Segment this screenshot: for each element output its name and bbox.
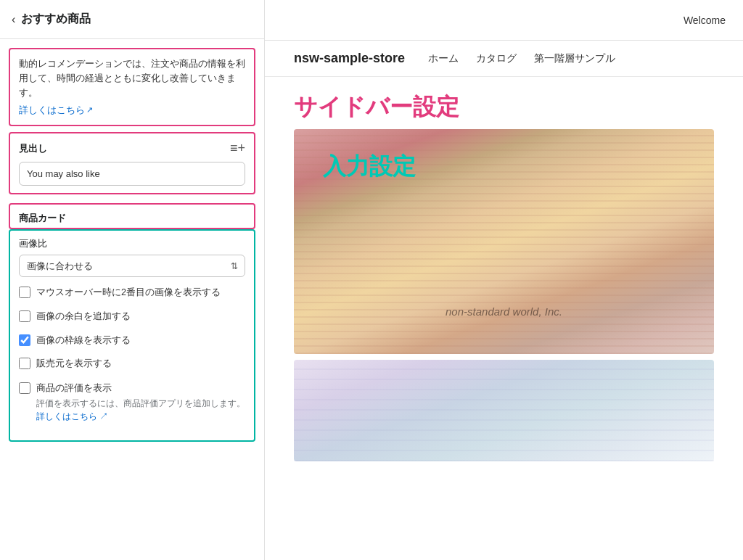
welcome-text: Welcome — [684, 15, 726, 26]
left-sidebar: ‹ おすすめ商品 動的レコメンデーションでは、注文や商品の情報を利用して、時間の… — [0, 0, 265, 560]
sidebar-header: ‹ おすすめ商品 — [0, 0, 264, 39]
checkbox-hover-input[interactable] — [19, 287, 30, 298]
checkbox-border: 画像の枠線を表示する — [19, 334, 245, 347]
main-product-image: 入力設定 non-standard world, Inc. — [294, 129, 714, 354]
image-ratio-group: 画像比 画像に合わせる 正方形 縦長 横長 ⇅ — [19, 238, 245, 277]
sidebar-title: おすすめ商品 — [21, 12, 91, 27]
checkbox-hover-label[interactable]: マウスオーバー時に2番目の画像を表示する — [36, 286, 221, 300]
store-name: nsw-sample-store — [294, 51, 405, 66]
midashi-input[interactable] — [19, 162, 245, 186]
back-icon: ‹ — [12, 13, 15, 26]
checkbox-border-label[interactable]: 画像の枠線を表示する — [36, 334, 131, 347]
preview-topbar: Welcome — [265, 0, 743, 41]
image-ratio-label: 画像比 — [19, 238, 245, 250]
checkbox-rating-content: 商品の評価を表示 評価を表示するには、商品評価アプリを追加します。 詳しくはこち… — [36, 381, 245, 423]
midashi-label: 見出し — [19, 142, 47, 155]
add-field-icon: ≡+ — [230, 141, 245, 156]
nav-catalog[interactable]: カタログ — [476, 52, 517, 65]
sidebar-settings-text: サイドバー設定 — [294, 94, 459, 120]
back-button[interactable]: ‹ — [12, 13, 15, 26]
external-link-icon: ↗ — [86, 104, 93, 117]
input-settings-overlay-text: 入力設定 — [323, 151, 416, 183]
secondary-product-image — [294, 360, 714, 461]
checkbox-padding-label[interactable]: 画像の余白を追加する — [36, 310, 131, 324]
product-image-container: 入力設定 non-standard world, Inc. — [265, 129, 743, 461]
rating-ext-icon: ↗ — [99, 411, 108, 421]
image-ratio-select[interactable]: 画像に合わせる 正方形 縦長 横長 — [19, 255, 245, 277]
checkbox-hover-image: マウスオーバー時に2番目の画像を表示する — [19, 286, 245, 300]
store-nav-links: ホーム カタログ 第一階層サンプル — [428, 52, 615, 65]
store-image-area: 入力設定 non-standard world, Inc. — [265, 129, 743, 560]
checkbox-rating-sublabel: 評価を表示するには、商品評価アプリを追加します。 詳しくはこちら ↗ — [36, 397, 245, 423]
checkbox-border-input[interactable] — [19, 334, 30, 346]
midashi-label-row: 見出し ≡+ — [19, 141, 245, 156]
product-card-section: 商品カード — [9, 203, 255, 229]
nav-home[interactable]: ホーム — [428, 52, 459, 65]
checkbox-vendor-input[interactable] — [19, 358, 30, 369]
checkbox-rating: 商品の評価を表示 評価を表示するには、商品評価アプリを追加します。 詳しくはこち… — [19, 381, 245, 423]
preview-area: Welcome nsw-sample-store ホーム カタログ 第一階層サン… — [265, 0, 743, 560]
nav-first-tier[interactable]: 第一階層サンプル — [534, 52, 615, 65]
checkbox-vendor-label[interactable]: 販売元を表示する — [36, 357, 112, 371]
input-settings-section: 画像比 画像に合わせる 正方形 縦長 横長 ⇅ マウスオーバー時に2番目の画像を… — [9, 229, 255, 442]
checkbox-vendor: 販売元を表示する — [19, 357, 245, 371]
image-ratio-select-wrapper: 画像に合わせる 正方形 縦長 横長 ⇅ — [19, 255, 245, 277]
checkbox-padding-input[interactable] — [19, 310, 30, 322]
midashi-section: 見出し ≡+ — [9, 132, 255, 194]
info-box: 動的レコメンデーションでは、注文や商品の情報を利用して、時間の経過とともに変化し… — [9, 48, 255, 126]
checkbox-padding: 画像の余白を追加する — [19, 310, 245, 324]
sidebar-settings-heading: サイドバー設定 — [265, 77, 743, 129]
add-field-button[interactable]: ≡+ — [230, 141, 245, 156]
company-text: non-standard world, Inc. — [294, 305, 714, 318]
rating-learn-more-link[interactable]: 詳しくはこちら ↗ — [36, 411, 108, 421]
store-nav: nsw-sample-store ホーム カタログ 第一階層サンプル — [265, 41, 743, 77]
info-text: 動的レコメンデーションでは、注文や商品の情報を利用して、時間の経過とともに変化し… — [19, 59, 245, 98]
checkbox-rating-input[interactable] — [19, 382, 30, 394]
checkbox-rating-label[interactable]: 商品の評価を表示 — [36, 383, 112, 393]
info-link[interactable]: 詳しくはこちら ↗ — [19, 103, 245, 118]
product-card-title: 商品カード — [19, 212, 245, 225]
